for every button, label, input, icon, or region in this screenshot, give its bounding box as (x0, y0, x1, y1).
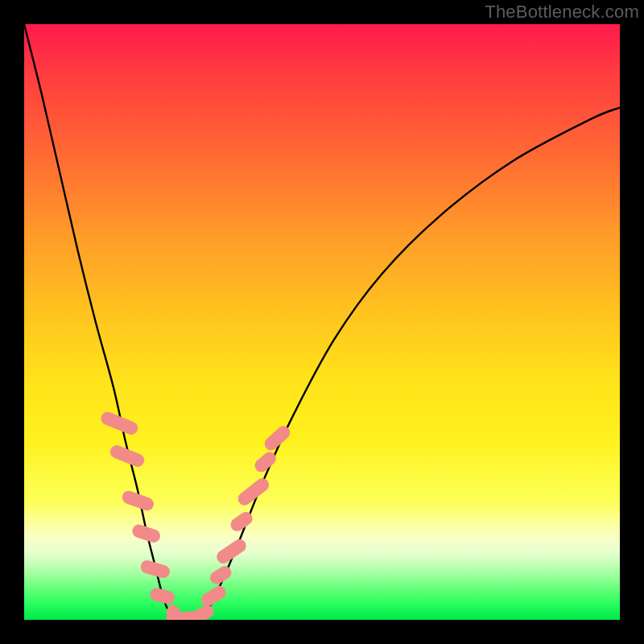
highlight-marker (149, 587, 176, 605)
highlight-marker (199, 584, 229, 609)
plot-area (24, 24, 620, 620)
bottleneck-curve (24, 24, 620, 620)
watermark-text: TheBottleneck.com (485, 2, 639, 23)
chart-frame: TheBottleneck.com (0, 0, 644, 644)
chart-svg (24, 24, 620, 620)
highlight-marker (139, 559, 171, 580)
highlight-marker (130, 522, 162, 543)
highlight-marker (190, 603, 216, 620)
marker-layer (99, 410, 293, 620)
curve-layer (24, 24, 620, 620)
